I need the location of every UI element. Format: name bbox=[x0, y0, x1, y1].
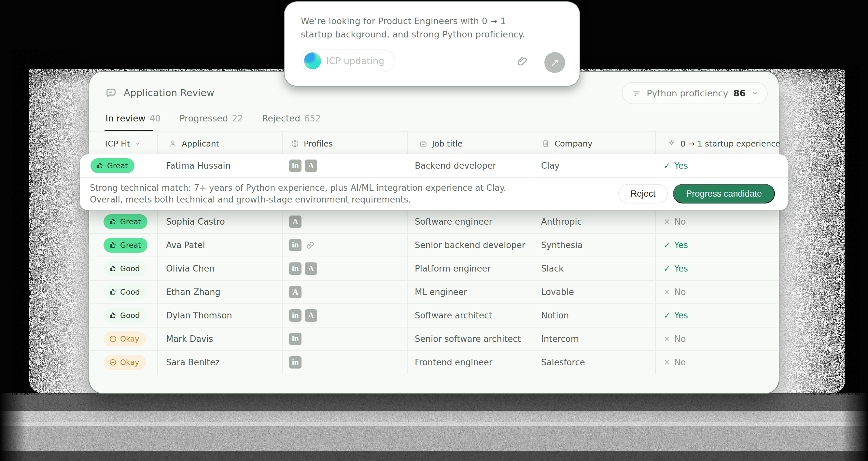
x-icon: ✕ bbox=[663, 287, 670, 297]
check-icon: ✓ bbox=[663, 311, 670, 320]
job-title: Software engineer bbox=[408, 210, 530, 233]
icp-avatar bbox=[304, 53, 321, 69]
table-row[interactable]: Great Ava Patel in Senior backend develo… bbox=[89, 234, 779, 257]
wellfound-icon[interactable]: A bbox=[305, 309, 317, 322]
filter-icon bbox=[632, 88, 641, 98]
company: Slack bbox=[530, 257, 656, 280]
linkedin-icon[interactable]: in bbox=[289, 309, 302, 322]
startup-experience-value: Yes bbox=[674, 311, 688, 320]
table-header: ICP Fit Applicant Profiles bbox=[89, 131, 779, 156]
wellfound-icon[interactable]: A bbox=[305, 159, 317, 172]
chat-bubble-icon bbox=[104, 86, 118, 100]
thumbs-up-icon bbox=[96, 161, 104, 170]
table-row[interactable]: Okay Mark Davis in Senior software archi… bbox=[89, 328, 779, 351]
applicant-name: Ethan Zhang bbox=[158, 281, 283, 303]
wellfound-icon[interactable]: A bbox=[305, 263, 317, 275]
reject-button[interactable]: Reject bbox=[618, 184, 668, 204]
applicant-name: Sara Benitez bbox=[158, 351, 283, 374]
icp-fit-badge: Great bbox=[91, 158, 134, 173]
sparkles-icon bbox=[666, 139, 676, 149]
composer-message: We’re looking for Product Engineers with… bbox=[301, 14, 525, 41]
table-row[interactable]: Good Olivia Chen in A Platform engineer … bbox=[89, 257, 779, 281]
company: Notion bbox=[530, 304, 656, 327]
thumbs-up-icon bbox=[109, 241, 117, 249]
column-header-startup-experience[interactable]: 0 → 1 startup experience bbox=[656, 131, 780, 156]
wellfound-icon[interactable]: A bbox=[289, 216, 302, 228]
chevron-down-icon bbox=[134, 140, 141, 147]
check-icon: ✓ bbox=[663, 264, 670, 274]
startup-experience-value: No bbox=[674, 217, 686, 226]
linkedin-icon[interactable]: in bbox=[289, 239, 302, 251]
table-row[interactable]: Okay Sara Benitez in Frontend engineer S… bbox=[89, 351, 779, 374]
check-icon: ✓ bbox=[663, 241, 670, 250]
job-title: Backend developer bbox=[408, 154, 530, 177]
thumbs-up-icon bbox=[109, 264, 117, 273]
job-title: Frontend engineer bbox=[408, 351, 530, 374]
linkedin-icon[interactable]: in bbox=[289, 159, 302, 172]
thumbs-up-icon bbox=[109, 288, 117, 296]
applicant-name: Sophia Castro bbox=[158, 210, 283, 233]
table-row[interactable]: Good Dylan Thomson in A Software archite… bbox=[89, 304, 779, 328]
icp-status-label: ICP updating bbox=[326, 56, 384, 66]
column-header-applicant[interactable]: Applicant bbox=[158, 131, 283, 156]
person-icon bbox=[168, 139, 178, 148]
company: Intercom bbox=[530, 328, 656, 350]
filter-value: 86 bbox=[733, 88, 746, 98]
column-header-company[interactable]: Company bbox=[530, 131, 656, 156]
card-header: Application Review bbox=[104, 86, 214, 100]
icp-fit-badge: Good bbox=[103, 284, 147, 300]
startup-experience-value: No bbox=[674, 358, 686, 367]
screen: Application Review Python proficiency 86… bbox=[0, 0, 868, 461]
column-header-job-title[interactable]: Job title bbox=[408, 131, 530, 156]
tab-count: 652 bbox=[304, 113, 321, 123]
panel-actions: Reject Progress candidate bbox=[618, 184, 775, 204]
startup-experience-value: Yes bbox=[674, 264, 688, 274]
check-icon: ✓ bbox=[663, 161, 670, 171]
startup-experience-value: No bbox=[674, 334, 686, 344]
minus-circle-icon bbox=[109, 358, 117, 367]
filter-label: Python proficiency bbox=[647, 88, 728, 98]
table-row[interactable]: Great Fatima Hussain in A Backend develo… bbox=[80, 154, 788, 178]
startup-experience-value: No bbox=[674, 287, 686, 297]
table-row[interactable]: Great Sophia Castro A Software engineer … bbox=[89, 210, 779, 234]
icp-fit-badge: Great bbox=[103, 238, 148, 253]
icp-fit-badge: Okay bbox=[103, 355, 146, 370]
link-icon[interactable] bbox=[305, 240, 316, 251]
job-title: Software architect bbox=[408, 304, 530, 327]
send-button[interactable]: ↗ bbox=[545, 52, 565, 73]
company: Salesforce bbox=[530, 351, 656, 374]
icp-fit-badge: Good bbox=[103, 261, 147, 276]
company: Anthropic bbox=[530, 210, 656, 233]
progress-candidate-button[interactable]: Progress candidate bbox=[673, 184, 775, 204]
applicant-name: Olivia Chen bbox=[158, 257, 283, 280]
icp-status-chip[interactable]: ICP updating bbox=[301, 50, 395, 72]
tab-in-review[interactable]: In review 40 bbox=[105, 113, 160, 123]
startup-experience-value: Yes bbox=[674, 240, 688, 250]
tab-count: 40 bbox=[150, 113, 160, 123]
page-title: Application Review bbox=[124, 87, 214, 98]
x-icon: ✕ bbox=[663, 217, 670, 226]
wellfound-icon[interactable]: A bbox=[289, 286, 302, 298]
job-title: Senior software architect bbox=[408, 328, 530, 350]
building-icon bbox=[541, 139, 550, 148]
job-title: ML engineer bbox=[408, 281, 530, 303]
score-filter[interactable]: Python proficiency 86 bbox=[622, 82, 768, 104]
minus-circle-icon bbox=[109, 335, 117, 343]
linkedin-icon[interactable]: in bbox=[289, 333, 302, 345]
column-header-icp-fit[interactable]: ICP Fit bbox=[89, 131, 158, 156]
linkedin-icon[interactable]: in bbox=[289, 356, 302, 369]
column-header-profiles[interactable]: Profiles bbox=[283, 131, 408, 156]
attachment-icon[interactable] bbox=[516, 55, 529, 69]
applicant-name: Ava Patel bbox=[158, 234, 283, 256]
applicant-name: Dylan Thomson bbox=[158, 304, 283, 327]
job-title: Senior backend developer bbox=[408, 234, 530, 256]
applicant-name: Mark Davis bbox=[158, 328, 283, 350]
tab-rejected[interactable]: Rejected 652 bbox=[262, 113, 321, 123]
linkedin-icon[interactable]: in bbox=[289, 263, 302, 275]
tab-progressed[interactable]: Progressed 22 bbox=[179, 113, 243, 123]
table-row[interactable]: Good Ethan Zhang A ML engineer Lovable ✕… bbox=[89, 281, 779, 304]
startup-experience-value: Yes bbox=[674, 161, 688, 171]
send-arrow-icon: ↗ bbox=[551, 56, 559, 69]
application-review-card: Application Review Python proficiency 86… bbox=[89, 71, 779, 394]
icp-fit-badge: Okay bbox=[103, 331, 146, 346]
